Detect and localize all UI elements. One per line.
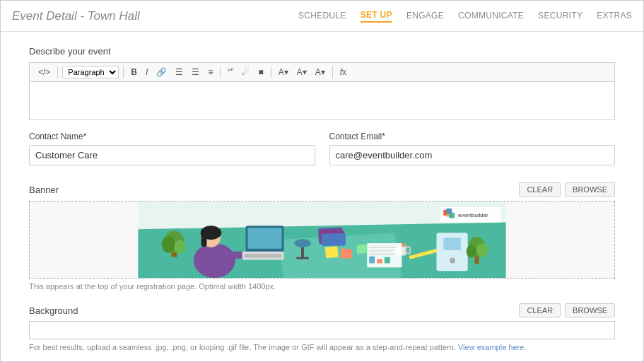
toolbar-formula-btn[interactable]: fx [337, 66, 349, 78]
contact-name-group: Contact Name* [29, 132, 315, 165]
toolbar-fontsize-btn[interactable]: A▾ [276, 66, 291, 78]
banner-section: Banner CLEAR BROWSE [29, 182, 615, 291]
svg-rect-34 [377, 259, 382, 263]
contact-email-group: Contact Email* [329, 132, 616, 165]
svg-point-17 [174, 240, 185, 254]
bg-hint-link[interactable]: View example here. [458, 343, 526, 351]
bg-browse-button[interactable]: BROWSE [565, 303, 615, 317]
contact-row: Contact Name* Contact Email* [29, 132, 615, 165]
svg-rect-35 [385, 257, 390, 264]
contact-name-input[interactable] [29, 145, 315, 165]
nav-communicate[interactable]: COMMUNICATE [458, 11, 524, 22]
svg-rect-6 [201, 233, 207, 247]
svg-point-42 [476, 243, 488, 257]
svg-rect-38 [443, 238, 461, 250]
describe-section: Describe your event </> Paragraph B I 🔗 … [29, 46, 615, 120]
toolbar-italic-btn[interactable]: I [143, 66, 151, 78]
svg-point-16 [162, 236, 176, 253]
toolbar-ol-btn[interactable]: ☰ [189, 66, 202, 78]
main-content: Describe your event </> Paragraph B I 🔗 … [1, 32, 643, 361]
svg-rect-21 [341, 248, 352, 259]
nav-setup[interactable]: SET UP [361, 10, 392, 23]
svg-rect-33 [369, 257, 375, 264]
toolbar-highlight-btn[interactable]: A▾ [312, 66, 328, 78]
svg-rect-20 [325, 246, 339, 258]
background-section: Background CLEAR BROWSE For best results… [29, 303, 615, 351]
toolbar-image-btn[interactable]: ☄ [239, 66, 252, 78]
svg-text:eventbuilder: eventbuilder [458, 212, 488, 218]
svg-point-39 [450, 258, 455, 264]
editor-body[interactable] [29, 81, 615, 120]
toolbar-quote-btn[interactable]: “” [225, 66, 236, 78]
toolbar-ul-btn[interactable]: ☰ [172, 66, 186, 78]
bg-clear-button[interactable]: CLEAR [519, 303, 561, 317]
banner-header: Banner CLEAR BROWSE [29, 182, 615, 197]
describe-label: Describe your event [29, 46, 615, 57]
banner-illustration: eventbuilder [30, 202, 614, 278]
svg-rect-22 [356, 244, 367, 254]
svg-rect-19 [245, 254, 282, 258]
toolbar-fontcolor-btn[interactable]: A▾ [294, 66, 310, 78]
contact-name-label: Contact Name* [29, 132, 315, 141]
title-italic: Town Hall [88, 9, 140, 23]
toolbar-align-btn[interactable]: ≡ [205, 66, 216, 78]
toolbar-divider-5 [332, 66, 333, 78]
bg-hint-text: For best results, upload a seamless .jpg… [29, 343, 456, 351]
svg-rect-9 [247, 228, 281, 248]
top-nav: SCHEDULE SET UP ENGAGE COMMUNICATE SECUR… [298, 10, 632, 23]
toolbar-table-btn[interactable]: ■ [255, 66, 266, 78]
banner-label: Banner [29, 185, 59, 195]
svg-rect-31 [369, 250, 393, 252]
toolbar-divider-3 [220, 66, 221, 78]
nav-schedule[interactable]: SCHEDULE [298, 11, 346, 22]
banner-buttons: CLEAR BROWSE [519, 182, 615, 197]
contact-email-label: Contact Email* [329, 132, 616, 141]
svg-rect-13 [296, 257, 309, 259]
nav-security[interactable]: SECURITY [538, 11, 582, 22]
banner-image-area: eventbuilder [29, 201, 615, 279]
toolbar-divider-4 [271, 66, 271, 78]
svg-rect-48 [446, 209, 452, 214]
bg-label: Background [29, 305, 78, 316]
nav-extras[interactable]: EXTRAS [597, 11, 632, 22]
page-title: Event Detail - Town Hall [12, 8, 140, 23]
toolbar-paragraph-select[interactable]: Paragraph [62, 66, 119, 78]
banner-hint: This appears at the top of your registra… [29, 282, 615, 291]
bg-header: Background CLEAR BROWSE [29, 303, 615, 317]
nav-engage[interactable]: ENGAGE [406, 11, 444, 22]
toolbar-divider-1 [57, 66, 58, 78]
svg-rect-30 [369, 247, 397, 248]
editor-toolbar: </> Paragraph B I 🔗 ☰ ☰ ≡ “” ☄ ■ A▾ A▾ [29, 62, 615, 81]
header: Event Detail - Town Hall SCHEDULE SET UP… [1, 1, 643, 32]
bg-hint: For best results, upload a seamless .jpg… [29, 343, 615, 351]
bg-input-area[interactable] [29, 321, 615, 339]
toolbar-link-btn[interactable]: 🔗 [153, 66, 170, 78]
svg-point-12 [294, 239, 311, 247]
svg-point-43 [467, 245, 476, 258]
svg-rect-25 [321, 233, 346, 246]
banner-browse-button[interactable]: BROWSE [565, 182, 615, 197]
title-prefix: Event Detail - [12, 9, 88, 23]
toolbar-bold-btn[interactable]: B [128, 66, 140, 78]
toolbar-divider-2 [123, 66, 124, 78]
toolbar-code-btn[interactable]: </> [35, 66, 53, 78]
svg-point-3 [194, 243, 235, 278]
banner-clear-button[interactable]: CLEAR [519, 182, 561, 197]
svg-rect-32 [369, 254, 395, 255]
bg-buttons: CLEAR BROWSE [519, 303, 615, 317]
contact-email-input[interactable] [329, 145, 616, 165]
